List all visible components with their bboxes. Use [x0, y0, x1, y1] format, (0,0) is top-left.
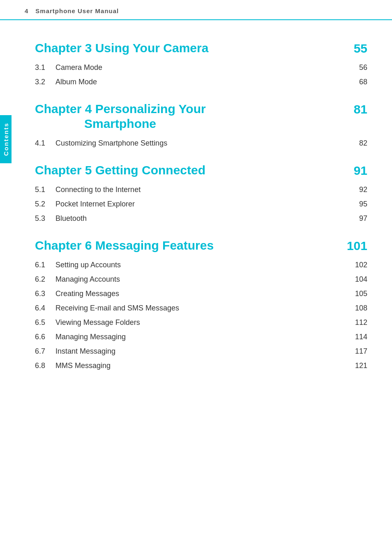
chapter-heading-ch3[interactable]: Chapter 3 Using Your Camera — [35, 41, 346, 56]
page-container: Contents 4 Smartphone User Manual Chapte… — [0, 0, 392, 542]
chapter-page-ch6: 101 — [347, 238, 367, 253]
chapter-heading-row-ch4: Chapter 4 Personalizing YourSmartphone81 — [35, 102, 367, 131]
chapter-heading-row-ch6: Chapter 6 Messaging Features101 — [35, 238, 367, 253]
section-page-ch3-1: 68 — [359, 78, 367, 86]
page-header: 4 Smartphone User Manual — [0, 0, 392, 20]
section-item-ch3-1[interactable]: 3.2Album Mode68 — [35, 75, 367, 89]
section-page-ch6-4: 112 — [355, 318, 367, 327]
section-title-ch5-0: Connecting to the Internet — [55, 185, 141, 194]
section-title-ch3-1: Album Mode — [55, 78, 97, 86]
section-item-ch6-1[interactable]: 6.2Managing Accounts104 — [35, 272, 367, 287]
section-number-ch3-0: 3.1 — [35, 63, 55, 72]
section-item-ch4-0[interactable]: 4.1Customizing Smartphone Settings82 — [35, 136, 367, 151]
section-item-ch5-1[interactable]: 5.2Pocket Internet Explorer95 — [35, 197, 367, 211]
header-title: Smartphone User Manual — [35, 7, 119, 14]
chapter-page-ch5: 91 — [354, 163, 367, 178]
chapter-ch5: Chapter 5 Getting Connected915.1Connecti… — [35, 163, 367, 226]
section-title-ch6-6: Instant Messaging — [55, 347, 115, 356]
chapter-ch4: Chapter 4 Personalizing YourSmartphone81… — [35, 102, 367, 151]
section-page-ch6-0: 102 — [355, 261, 367, 269]
section-number-ch6-2: 6.3 — [35, 290, 55, 298]
chapter-page-ch4: 81 — [354, 102, 367, 116]
section-title-ch3-0: Camera Mode — [55, 63, 102, 72]
section-number-ch5-0: 5.1 — [35, 185, 55, 194]
section-title-ch6-2: Creating Messages — [55, 290, 119, 298]
section-number-ch6-7: 6.8 — [35, 361, 55, 370]
section-title-ch5-1: Pocket Internet Explorer — [55, 200, 135, 208]
section-number-ch6-5: 6.6 — [35, 333, 55, 341]
section-number-ch5-2: 5.3 — [35, 214, 55, 223]
contents-tab-label: Contents — [2, 123, 9, 156]
contents-tab: Contents — [0, 115, 12, 163]
section-item-ch6-4[interactable]: 6.5Viewing Message Folders112 — [35, 315, 367, 330]
section-number-ch6-1: 6.2 — [35, 275, 55, 284]
section-page-ch5-0: 92 — [359, 185, 367, 194]
section-page-ch6-5: 114 — [355, 333, 367, 341]
section-title-ch6-4: Viewing Message Folders — [55, 318, 140, 327]
section-page-ch3-0: 56 — [359, 63, 367, 72]
section-page-ch4-0: 82 — [359, 139, 367, 148]
section-number-ch6-0: 6.1 — [35, 261, 55, 269]
section-item-ch5-2[interactable]: 5.3Bluetooth97 — [35, 211, 367, 226]
section-page-ch5-2: 97 — [359, 214, 367, 223]
section-item-ch3-0[interactable]: 3.1Camera Mode56 — [35, 60, 367, 75]
toc-content: Chapter 3 Using Your Camera553.1Camera M… — [0, 24, 392, 402]
section-number-ch4-0: 4.1 — [35, 139, 55, 148]
chapter-heading-row-ch5: Chapter 5 Getting Connected91 — [35, 163, 367, 178]
section-number-ch6-6: 6.7 — [35, 347, 55, 356]
section-number-ch3-1: 3.2 — [35, 78, 55, 86]
chapter-ch6: Chapter 6 Messaging Features1016.1Settin… — [35, 238, 367, 373]
section-title-ch6-0: Setting up Accounts — [55, 261, 121, 269]
section-number-ch5-1: 5.2 — [35, 200, 55, 208]
section-item-ch6-7[interactable]: 6.8MMS Messaging121 — [35, 359, 367, 373]
section-title-ch6-3: Receiving E-mail and SMS Messages — [55, 304, 179, 313]
section-item-ch5-0[interactable]: 5.1Connecting to the Internet92 — [35, 183, 367, 197]
section-title-ch6-5: Managing Messaging — [55, 333, 126, 341]
chapter-heading-row-ch3: Chapter 3 Using Your Camera55 — [35, 41, 367, 56]
section-title-ch5-2: Bluetooth — [55, 214, 87, 223]
chapter-page-ch3: 55 — [354, 41, 367, 56]
section-page-ch6-2: 105 — [355, 290, 367, 298]
section-title-ch4-0: Customizing Smartphone Settings — [55, 139, 167, 148]
section-page-ch6-6: 117 — [355, 347, 367, 356]
section-item-ch6-3[interactable]: 6.4Receiving E-mail and SMS Messages108 — [35, 301, 367, 315]
chapter-heading-ch5[interactable]: Chapter 5 Getting Connected — [35, 163, 346, 178]
chapter-heading-ch6[interactable]: Chapter 6 Messaging Features — [35, 238, 339, 253]
section-number-ch6-3: 6.4 — [35, 304, 55, 313]
section-page-ch6-3: 108 — [355, 304, 367, 313]
section-item-ch6-6[interactable]: 6.7Instant Messaging117 — [35, 344, 367, 359]
chapter-ch3: Chapter 3 Using Your Camera553.1Camera M… — [35, 41, 367, 89]
section-page-ch5-1: 95 — [359, 200, 367, 208]
section-page-ch6-1: 104 — [355, 275, 367, 284]
section-item-ch6-0[interactable]: 6.1Setting up Accounts102 — [35, 258, 367, 272]
chapter-heading-ch4[interactable]: Chapter 4 Personalizing YourSmartphone — [35, 102, 346, 131]
section-item-ch6-5[interactable]: 6.6Managing Messaging114 — [35, 330, 367, 344]
section-page-ch6-7: 121 — [355, 361, 367, 370]
section-item-ch6-2[interactable]: 6.3Creating Messages105 — [35, 287, 367, 301]
section-title-ch6-1: Managing Accounts — [55, 275, 120, 284]
section-number-ch6-4: 6.5 — [35, 318, 55, 327]
section-title-ch6-7: MMS Messaging — [55, 361, 111, 370]
header-page-number: 4 — [25, 7, 28, 14]
